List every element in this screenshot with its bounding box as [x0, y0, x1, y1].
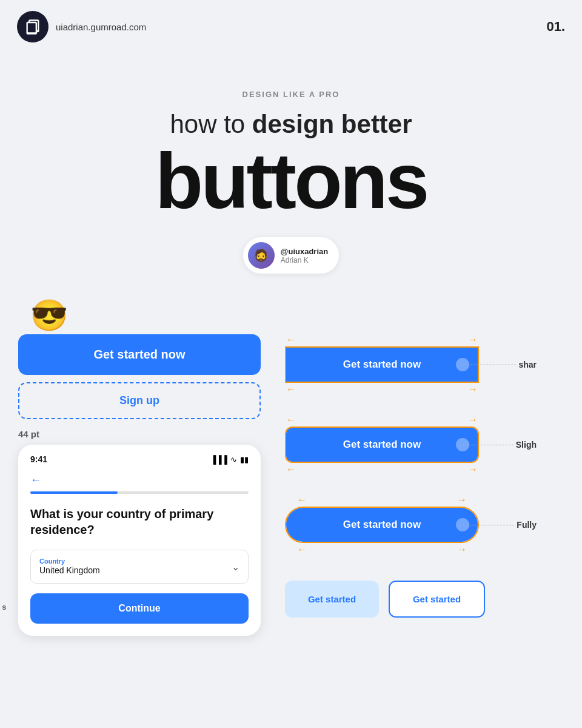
annotation-sharp: shar	[461, 360, 537, 369]
demo-section-slight: ← → Get started now ← → Sligh	[285, 414, 570, 475]
left-arrow-bottom-icon: ←	[286, 384, 296, 395]
header: uiadrian.gumroad.com 01.	[0, 0, 582, 53]
full-right-arrow-icon: →	[457, 494, 467, 505]
author-handle: @uiuxadrian	[281, 247, 328, 256]
author-badge: 🧔 @uiuxadrian Adrian K	[243, 237, 339, 274]
logo-icon	[17, 11, 48, 42]
full-right-arrow-bottom-icon: →	[457, 544, 467, 555]
phone-select-label: Country	[39, 558, 100, 565]
annotation-slight-label: Sligh	[516, 440, 537, 450]
primary-get-started-button[interactable]: Get started now	[18, 334, 261, 375]
phone-progress-bar	[30, 491, 249, 494]
demo-section-full: ← → Get started now ← → Fully	[285, 494, 570, 555]
full-left-arrow-icon: ←	[297, 494, 307, 505]
size-label-44pt: 44 pt	[18, 429, 39, 439]
signal-icon: ▐▐▐	[210, 455, 227, 464]
btn-full-wrapper: Get started now	[285, 507, 479, 543]
slight-get-started-button[interactable]: Get started now	[286, 428, 478, 462]
phone-back-button[interactable]: ←	[30, 474, 249, 487]
hero-section: DESIGN LIKE A PRO how to design better b…	[0, 53, 582, 316]
btn-sharp-wrapper: Get started now	[285, 346, 479, 383]
slight-right-arrow-icon: →	[468, 414, 478, 425]
full-left-arrow-bottom-icon: ←	[297, 544, 307, 555]
phone-mockup: 9:41 ▐▐▐ ∿ ▮▮ ← What is your country of …	[18, 445, 261, 636]
right-arrow-bottom-icon: →	[468, 384, 478, 395]
cool-emoji: 😎	[30, 298, 68, 333]
slight-right-arrow-bottom-icon: →	[468, 464, 478, 475]
phone-time: 9:41	[30, 454, 47, 464]
slight-bottom-arrow-row: ← →	[285, 464, 479, 475]
phone-select-value: United Kingdom	[39, 565, 100, 575]
annotation-full: Fully	[460, 520, 537, 530]
author-avatar: 🧔	[248, 242, 275, 269]
phone-country-select[interactable]: Country United Kingdom ⌄	[30, 550, 249, 584]
slight-top-arrow-row: ← →	[285, 414, 479, 425]
full-top-arrow-row: ← →	[285, 494, 479, 505]
hero-big-title: buttons	[12, 141, 570, 220]
light-blue-get-started-button[interactable]: Get started	[285, 581, 379, 618]
content-area: 😎 Get started now Sign up 44 pt 9:41 ▐▐▐…	[0, 316, 582, 660]
wifi-icon: ∿	[230, 455, 237, 464]
phone-select-content: Country United Kingdom	[39, 558, 100, 576]
slight-left-arrow-icon: ←	[286, 414, 296, 425]
annotation-slight: Sligh	[459, 440, 537, 450]
author-name: Adrian K	[281, 256, 328, 265]
annotation-sharp-label: shar	[518, 360, 537, 369]
bottom-buttons-row: Get started Get started	[285, 581, 485, 618]
phone-status-icons: ▐▐▐ ∿ ▮▮	[210, 455, 249, 464]
signup-button[interactable]: Sign up	[18, 382, 261, 419]
hero-subtitle: DESIGN LIKE A PRO	[12, 90, 570, 99]
phone-question: What is your country of primary residenc…	[30, 506, 249, 538]
outline-get-started-button[interactable]: Get started	[389, 581, 485, 618]
right-panel: ← → Get started now ← → shar	[273, 316, 582, 636]
hero-title-bold: design better	[252, 110, 412, 138]
hero-title-line: how to design better	[12, 110, 570, 139]
full-get-started-button[interactable]: Get started now	[286, 508, 478, 542]
chevron-down-icon: ⌄	[232, 561, 239, 573]
hero-title-regular: how to	[170, 110, 245, 138]
demo-section-sharp: ← → Get started now ← → shar	[285, 334, 570, 395]
left-panel: 😎 Get started now Sign up 44 pt 9:41 ▐▐▐…	[0, 316, 273, 636]
btn-slight-wrapper: Get started now	[285, 426, 479, 463]
slight-left-arrow-bottom-icon: ←	[286, 464, 296, 475]
left-arrow-icon: ←	[286, 334, 296, 345]
header-left: uiadrian.gumroad.com	[17, 11, 146, 42]
phone-continue-button[interactable]: Continue	[30, 593, 249, 624]
page-number: 01.	[546, 19, 565, 35]
phone-status-bar: 9:41 ▐▐▐ ∿ ▮▮	[30, 454, 249, 464]
font-size-label: font s	[0, 602, 6, 612]
full-bottom-arrow-row: ← →	[285, 544, 479, 555]
battery-icon: ▮▮	[240, 455, 249, 464]
bottom-arrow-row: ← →	[285, 384, 479, 395]
annotation-full-label: Fully	[517, 520, 537, 530]
author-info: @uiuxadrian Adrian K	[281, 247, 328, 265]
header-url: uiadrian.gumroad.com	[56, 22, 146, 32]
top-arrow-row: ← →	[285, 334, 479, 345]
phone-progress-fill	[30, 491, 118, 494]
sharp-get-started-button[interactable]: Get started now	[286, 348, 478, 382]
right-arrow-icon: →	[468, 334, 478, 345]
